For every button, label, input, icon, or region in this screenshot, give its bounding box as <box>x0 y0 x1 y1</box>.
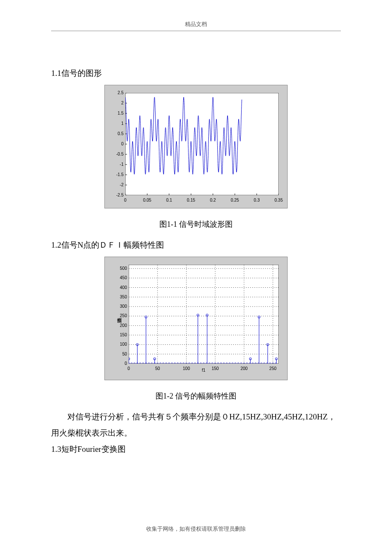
caption-1-2: 图1-2 信号的幅频特性图 <box>51 388 341 404</box>
heading-1-2: 1.2信号N点的ＤＦＩ幅频特性图 <box>51 237 341 253</box>
heading-1-1: 1.1信号的图形 <box>51 65 341 81</box>
analysis-paragraph: 对信号进行分析，信号共有５个频率分别是０HZ,15HZ,30HZ,45HZ,12… <box>51 409 341 441</box>
ytick-label: 100 <box>120 340 129 349</box>
xtick-label: 0.05 <box>143 195 151 205</box>
xtick-label: 0 <box>127 364 130 373</box>
xtick-label: 0.1 <box>166 195 172 205</box>
xtick-label: 200 <box>240 364 248 373</box>
ytick-label: 300 <box>120 302 129 311</box>
xtick-label: 0.2 <box>210 195 216 205</box>
ytick-label: -1.5 <box>116 171 125 179</box>
xtick-label: 0.35 <box>274 195 282 205</box>
ytick-label: 2 <box>121 99 125 107</box>
waveform-plot <box>125 93 279 195</box>
xlabel-2: f1 <box>202 366 205 375</box>
ytick-label: -1 <box>120 160 125 169</box>
heading-1-3: 1.3短时Fourier变换图 <box>51 441 341 457</box>
xtick-label: 250 <box>269 364 277 373</box>
ytick-label: 250 <box>120 312 129 320</box>
xtick-label: 0.25 <box>231 195 239 205</box>
ytick-label: 200 <box>120 321 129 330</box>
page-footer: 收集于网络，如有侵权请联系管理员删除 <box>0 525 392 533</box>
figure-1-1: -2.5-2-1.5-1-0.500.511.522.500.050.10.15… <box>51 85 341 214</box>
ytick-label: -2 <box>120 181 125 189</box>
ytick-label: 1.5 <box>118 109 125 118</box>
xtick-label: 100 <box>183 364 190 373</box>
page-content: 1.1信号的图形 -2.5-2-1.5-1-0.500.511.522.500.… <box>51 31 341 457</box>
xtick-label: 0.3 <box>254 195 260 205</box>
ytick-label: 2.5 <box>118 89 125 97</box>
ytick-label: 1 <box>121 119 125 128</box>
page-header: 精品文档 <box>0 0 392 28</box>
ytick-label: 0.5 <box>118 130 125 138</box>
ytick-label: -0.5 <box>116 150 125 159</box>
svg-rect-20 <box>129 265 279 364</box>
spectrum-plot <box>129 265 279 364</box>
ytick-label: 500 <box>120 264 129 273</box>
ytick-label: 400 <box>120 283 129 292</box>
ytick-label: 450 <box>120 274 129 282</box>
figure-1-2: 幅度 f1 0501001502002503003504004505000501… <box>51 257 341 386</box>
ytick-label: 350 <box>120 293 129 301</box>
ytick-label: 150 <box>120 331 129 339</box>
xtick-label: 50 <box>155 364 160 373</box>
xtick-label: 0 <box>124 195 127 205</box>
caption-1-1: 图1-1 信号时域波形图 <box>51 217 341 232</box>
svg-rect-0 <box>125 93 279 195</box>
xtick-label: 150 <box>212 364 219 373</box>
ytick-label: 50 <box>122 350 129 358</box>
ytick-label: 0 <box>121 140 125 148</box>
xtick-label: 0.15 <box>187 195 195 205</box>
